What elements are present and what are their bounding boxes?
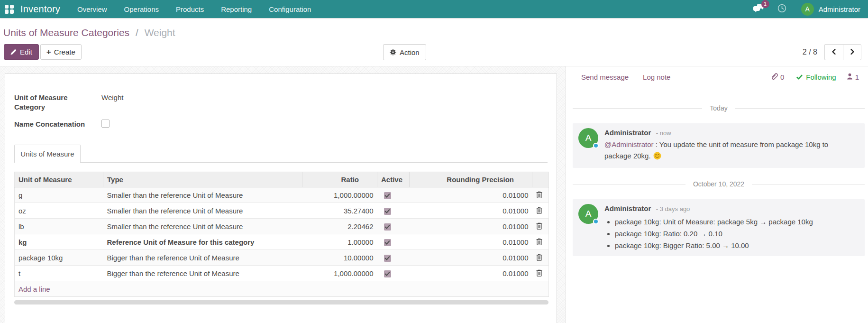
pager-previous-button[interactable] [824,44,843,60]
paperclip-icon [771,73,778,82]
message-avatar: A [578,128,598,148]
table-row-g[interactable]: g Smaller than the reference Unit of Mea… [15,187,549,203]
mention-link[interactable]: @Administrator [604,140,654,148]
following-label: Following [806,73,836,81]
chatter-message: A Administrator - 3 days ago package 10k… [573,199,865,256]
delete-row-button[interactable] [536,254,542,262]
following-button[interactable]: Following [796,73,836,81]
delete-row-button[interactable] [536,269,542,278]
trash-icon [536,269,542,278]
active-checkbox[interactable] [384,255,391,262]
message-timestamp: - 3 days ago [656,205,690,212]
create-button[interactable]: + Create [40,44,82,60]
name-concatenation-checkbox[interactable] [101,120,110,128]
chatter-toolbar: Send message Log note 0 Following [573,72,865,82]
column-header-actions [532,172,549,187]
pager-next-button[interactable] [843,44,861,60]
edit-button[interactable]: Edit [4,44,39,60]
table-row-lb[interactable]: lb Smaller than the reference Unit of Me… [15,219,549,234]
message-body: @Administrator : You update the unit of … [604,139,851,163]
tracking-changes-list: package 10kg: Unit of Measure: package 5… [615,216,858,251]
messages-button[interactable]: 1 [752,3,765,15]
check-icon [796,73,803,81]
pencil-icon [10,49,17,55]
date-divider-today: Today [573,104,865,112]
message-timestamp: - now [656,129,671,137]
breadcrumb-separator: / [136,27,138,38]
messages-count-badge: 1 [761,0,769,8]
menu-operations[interactable]: Operations [124,5,159,13]
log-note-button[interactable]: Log note [643,73,670,81]
message-author: Administrator [604,204,651,212]
control-panel: Units of Measure Categories / Weight Edi… [0,18,868,66]
followers-button[interactable]: 1 [847,73,859,81]
menu-configuration[interactable]: Configuration [269,5,311,13]
field-concatenation-label: Name Concatenation [14,120,95,130]
user-avatar: A [801,3,814,16]
active-checkbox[interactable] [384,239,391,246]
followers-count: 1 [855,73,859,81]
table-row-oz[interactable]: oz Smaller than the reference Unit of Me… [15,203,549,219]
active-checkbox[interactable] [384,223,391,231]
activities-button[interactable] [777,3,787,15]
field-category-row: Unit of Measure Category Weight [14,93,548,112]
clock-icon [777,3,787,15]
apps-grid-icon[interactable] [5,5,14,14]
pager: 2 / 8 [803,44,861,60]
chatter-message: A Administrator - now @Administrator : Y… [573,123,865,168]
person-icon [847,73,853,81]
date-divider-october: October 10, 2022 [573,180,865,188]
tracking-item: package 10kg: Bigger Ratio: 5.00 → 10.00 [615,240,858,251]
delete-row-button[interactable] [536,222,542,231]
send-message-button[interactable]: Send message [581,73,629,81]
user-name: Administrator [819,5,860,13]
column-header-type[interactable]: Type [103,172,302,187]
trash-icon [536,222,542,231]
plus-icon: + [46,48,51,56]
message-avatar: A [578,204,598,224]
horizontal-scrollbar[interactable] [14,300,548,305]
chevron-left-icon [831,48,837,56]
tab-units-of-measure[interactable]: Units of Measure [14,145,81,163]
delete-row-button[interactable] [536,207,542,215]
field-category-value: Weight [101,93,123,112]
breadcrumb-parent-link[interactable]: Units of Measure Categories [3,27,129,38]
chevron-right-icon [850,48,855,56]
delete-row-button[interactable] [536,191,542,200]
smiling-face-emoji-icon [651,153,661,161]
content-area: Unit of Measure Category Weight Name Con… [0,66,868,323]
column-header-rounding[interactable]: Rounding Precision [410,172,532,187]
active-checkbox[interactable] [384,192,391,199]
chatter-panel: Send message Log note 0 Following [566,66,868,323]
menu-overview[interactable]: Overview [77,5,107,13]
field-concatenation-row: Name Concatenation [14,120,548,130]
attachments-button[interactable]: 0 [771,73,784,82]
column-header-ratio[interactable]: Ratio [302,172,377,187]
user-menu[interactable]: A Administrator [801,3,860,16]
trash-icon [536,254,542,262]
column-header-unit[interactable]: Unit of Measure [15,172,103,187]
menu-reporting[interactable]: Reporting [221,5,252,13]
add-a-line-link[interactable]: Add a line [18,285,50,293]
breadcrumb-current: Weight [145,27,175,38]
trash-icon [536,238,542,247]
table-row-t[interactable]: t Bigger than the reference Unit of Meas… [15,266,549,281]
table-row-package-10kg[interactable]: package 10kg Bigger than the reference U… [15,250,549,266]
table-header-row: Unit of Measure Type Ratio Active Roundi… [15,172,549,187]
action-menu-button[interactable]: Action [383,44,426,60]
app-brand[interactable]: Inventory [20,4,60,15]
delete-row-button[interactable] [536,238,542,247]
form-buttons: Edit + Create [4,44,82,60]
menu-products[interactable]: Products [176,5,204,13]
active-checkbox[interactable] [384,208,391,215]
message-author: Administrator [604,129,651,137]
trash-icon [536,207,542,215]
online-status-dot [593,143,599,148]
active-checkbox[interactable] [384,270,391,277]
add-line-row: Add a line [15,281,549,297]
tracking-item: package 10kg: Unit of Measure: package 5… [615,216,858,228]
table-row-kg[interactable]: kg Reference Unit of Measure for this ca… [15,234,549,250]
gear-icon [390,49,396,55]
online-status-dot [593,219,599,224]
column-header-active[interactable]: Active [377,172,410,187]
